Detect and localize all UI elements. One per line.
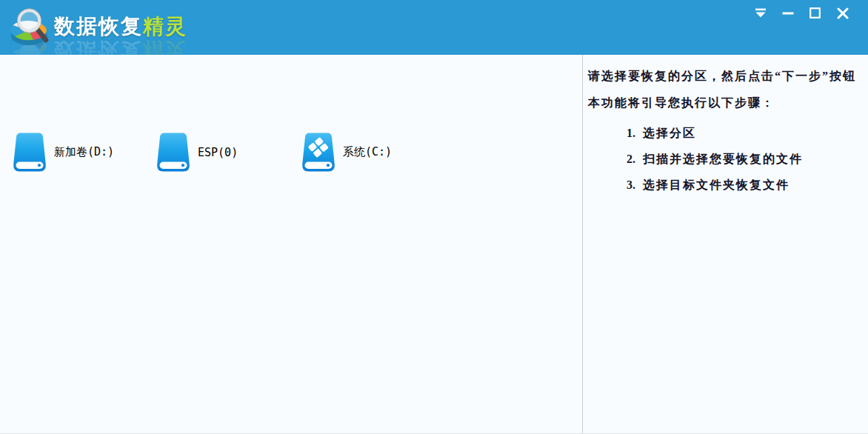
close-icon	[837, 7, 849, 19]
magnifier-piechart-logo-icon	[9, 4, 50, 48]
maximize-button[interactable]	[809, 7, 821, 19]
hard-drive-icon	[13, 133, 47, 172]
chevron-down-icon	[755, 8, 767, 19]
hard-drive-icon	[156, 133, 190, 172]
step-item-2: 2.扫描并选择您要恢复的文件	[627, 152, 861, 167]
step-text: 选择分区	[643, 127, 696, 139]
step-number: 2.	[627, 153, 635, 165]
step-item-1: 1.选择分区	[627, 126, 861, 141]
step-text: 扫描并选择您要恢复的文件	[643, 153, 803, 165]
minimize-button[interactable]	[781, 7, 794, 19]
app-title: 数据恢复精灵	[54, 13, 187, 41]
maximize-icon	[809, 7, 821, 19]
close-button[interactable]	[836, 7, 849, 19]
instruction-line-2: 本功能将引导您执行以下步骤：	[588, 95, 861, 111]
hard-drive-windows-icon	[301, 133, 335, 172]
partition-item-d[interactable]: 新加卷(D:)	[13, 133, 114, 172]
partition-label: 系统(C:)	[343, 145, 392, 159]
app-title-accent: 精灵	[143, 14, 187, 39]
window-controls	[754, 7, 849, 19]
brand: 数据恢复精灵	[9, 4, 187, 48]
menu-button[interactable]	[754, 7, 767, 19]
instruction-line-1: 请选择要恢复的分区，然后点击“下一步”按钮	[588, 68, 861, 84]
partition-item-esp[interactable]: ESP(0)	[156, 133, 238, 172]
partition-label: 新加卷(D:)	[54, 145, 114, 159]
steps-list: 1.选择分区 2.扫描并选择您要恢复的文件 3.选择目标文件夹恢复文件	[627, 126, 861, 193]
partition-label: ESP(0)	[198, 146, 238, 159]
title-bar: 数据恢复精灵	[0, 0, 868, 55]
instructions-panel: 请选择要恢复的分区，然后点击“下一步”按钮 本功能将引导您执行以下步骤： 1.选…	[583, 55, 868, 433]
app-title-main: 数据恢复	[54, 14, 143, 39]
step-text: 选择目标文件夹恢复文件	[643, 178, 789, 191]
minimize-icon	[782, 7, 794, 19]
step-number: 3.	[627, 178, 635, 191]
step-item-3: 3.选择目标文件夹恢复文件	[627, 178, 861, 193]
step-number: 1.	[627, 127, 635, 139]
partition-list-area: 新加卷(D:) ESP(0) 系统(C:)	[0, 55, 582, 433]
partition-item-c[interactable]: 系统(C:)	[301, 133, 392, 172]
